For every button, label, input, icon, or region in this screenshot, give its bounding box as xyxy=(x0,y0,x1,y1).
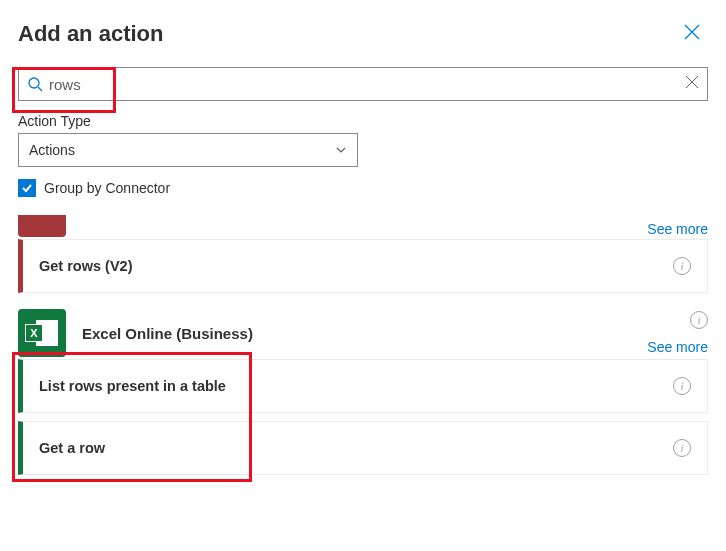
info-icon[interactable]: i xyxy=(690,311,708,329)
action-type-select[interactable]: Actions xyxy=(18,133,358,167)
connector-header-left: X Excel Online (Business) xyxy=(18,309,253,357)
search-input[interactable] xyxy=(49,76,685,93)
connector-header-right: i See more xyxy=(647,311,708,355)
see-more-link[interactable]: See more xyxy=(647,339,708,355)
search-field[interactable] xyxy=(18,67,708,101)
action-title: List rows present in a table xyxy=(39,378,226,394)
pane-title: Add an action xyxy=(18,21,163,47)
action-title: Get a row xyxy=(39,440,105,456)
connector-icon-partial xyxy=(18,215,66,237)
group-by-label: Group by Connector xyxy=(44,180,170,196)
connector-excel-header: X Excel Online (Business) i See more xyxy=(18,309,708,357)
svg-point-0 xyxy=(29,78,39,88)
group-by-checkbox[interactable] xyxy=(18,179,36,197)
see-more-link[interactable]: See more xyxy=(647,221,708,237)
action-type-label: Action Type xyxy=(18,113,708,129)
pane-header: Add an action xyxy=(18,18,708,49)
connector-name: Excel Online (Business) xyxy=(82,325,253,342)
action-title: Get rows (V2) xyxy=(39,258,132,274)
excel-icon: X xyxy=(18,309,66,357)
clear-icon xyxy=(685,75,699,89)
close-button[interactable] xyxy=(676,18,708,49)
action-get-rows-v2[interactable]: Get rows (V2) i xyxy=(18,239,708,293)
info-icon[interactable]: i xyxy=(673,257,691,275)
clear-search-button[interactable] xyxy=(685,75,699,93)
info-icon[interactable]: i xyxy=(673,377,691,395)
info-icon[interactable]: i xyxy=(673,439,691,457)
connector-partial-header: See more xyxy=(18,215,708,237)
check-icon xyxy=(21,182,33,194)
group-by-row: Group by Connector xyxy=(18,179,708,197)
action-get-a-row[interactable]: Get a row i xyxy=(18,421,708,475)
chevron-down-icon xyxy=(335,144,347,156)
close-icon xyxy=(684,24,700,40)
search-icon xyxy=(27,76,43,92)
action-list-rows-present[interactable]: List rows present in a table i xyxy=(18,359,708,413)
action-type-value: Actions xyxy=(29,142,75,158)
